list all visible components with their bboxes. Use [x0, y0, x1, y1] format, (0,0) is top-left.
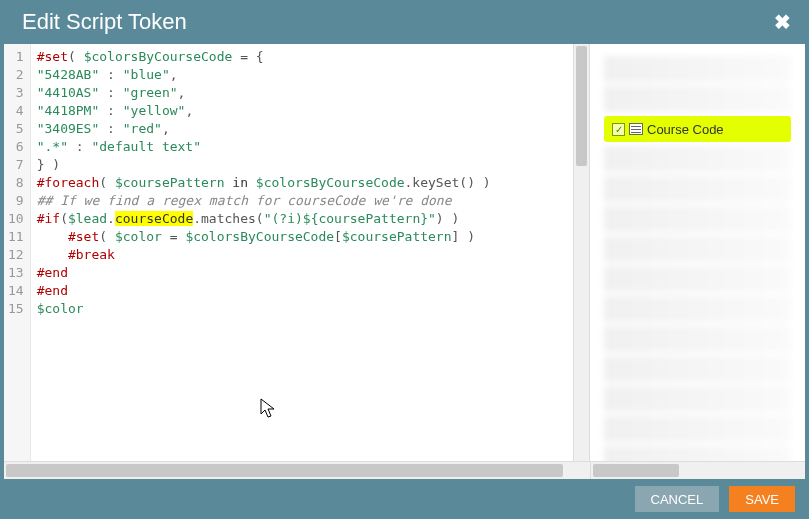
code-line[interactable]: "4418PM" : "yellow",	[37, 102, 567, 120]
code-line[interactable]: #end	[37, 282, 567, 300]
line-number: 5	[8, 120, 24, 138]
code-line[interactable]: "4410AS" : "green",	[37, 84, 567, 102]
token-list-item[interactable]	[604, 386, 791, 412]
line-number: 10	[8, 210, 24, 228]
code-content[interactable]: #set( $colorsByCourseCode = {"5428AB" : …	[31, 44, 573, 461]
code-line[interactable]: #if($lead.courseCode.matches("(?i)${cour…	[37, 210, 567, 228]
dialog-titlebar: Edit Script Token ✖	[0, 0, 809, 44]
token-list-item-course-code[interactable]: ✓Course Code	[604, 116, 791, 142]
token-list-item[interactable]	[604, 296, 791, 322]
code-editor[interactable]: 123456789101112131415 #set( $colorsByCou…	[4, 44, 573, 461]
code-line[interactable]: #end	[37, 264, 567, 282]
line-number: 13	[8, 264, 24, 282]
side-horizontal-scrollbar[interactable]	[590, 462, 805, 479]
code-line[interactable]: #break	[37, 246, 567, 264]
horizontal-scroll-row	[4, 461, 805, 479]
token-list-item[interactable]	[604, 206, 791, 232]
token-list-item[interactable]	[604, 146, 791, 172]
code-line[interactable]: #set( $colorsByCourseCode = {	[37, 48, 567, 66]
line-number: 14	[8, 282, 24, 300]
line-number: 8	[8, 174, 24, 192]
editor-vertical-scrollbar[interactable]	[573, 44, 589, 461]
code-line[interactable]: "3409ES" : "red",	[37, 120, 567, 138]
dialog-body: 123456789101112131415 #set( $colorsByCou…	[4, 44, 805, 461]
code-line[interactable]: } )	[37, 156, 567, 174]
code-line[interactable]: "5428AB" : "blue",	[37, 66, 567, 84]
code-line[interactable]: #foreach( $coursePattern in $colorsByCou…	[37, 174, 567, 192]
cancel-button[interactable]: CANCEL	[635, 486, 720, 512]
checkbox-checked-icon[interactable]: ✓	[612, 123, 625, 136]
edit-script-token-dialog: Edit Script Token ✖ 12345678910111213141…	[0, 0, 809, 519]
token-list-item[interactable]	[604, 326, 791, 352]
token-list-item[interactable]	[604, 236, 791, 262]
line-number: 15	[8, 300, 24, 318]
line-number-gutter: 123456789101112131415	[4, 44, 31, 461]
line-number: 1	[8, 48, 24, 66]
scrollbar-thumb[interactable]	[593, 464, 679, 477]
token-list-item[interactable]	[604, 446, 791, 461]
code-line[interactable]: ".*" : "default text"	[37, 138, 567, 156]
line-number: 11	[8, 228, 24, 246]
code-line[interactable]: #set( $color = $colorsByCourseCode[$cour…	[37, 228, 567, 246]
token-list-item[interactable]	[604, 416, 791, 442]
code-line[interactable]: $color	[37, 300, 567, 318]
line-number: 3	[8, 84, 24, 102]
code-line[interactable]: ## If we find a regex match for courseCo…	[37, 192, 567, 210]
line-number: 2	[8, 66, 24, 84]
save-button[interactable]: SAVE	[729, 486, 795, 512]
line-number: 7	[8, 156, 24, 174]
dialog-title: Edit Script Token	[22, 9, 187, 35]
scrollbar-thumb[interactable]	[576, 46, 587, 166]
token-list-item[interactable]	[604, 176, 791, 202]
token-list: ✓Course Code	[590, 56, 805, 461]
token-list-item[interactable]	[604, 86, 791, 112]
editor-horizontal-scrollbar[interactable]	[4, 462, 590, 479]
field-icon	[629, 123, 643, 135]
close-icon[interactable]: ✖	[774, 10, 791, 34]
line-number: 6	[8, 138, 24, 156]
token-list-item[interactable]	[604, 266, 791, 292]
line-number: 12	[8, 246, 24, 264]
scrollbar-thumb[interactable]	[6, 464, 563, 477]
token-label: Course Code	[647, 122, 724, 137]
token-list-item[interactable]	[604, 56, 791, 82]
line-number: 9	[8, 192, 24, 210]
line-number: 4	[8, 102, 24, 120]
code-editor-pane: 123456789101112131415 #set( $colorsByCou…	[4, 44, 590, 461]
dialog-footer: CANCEL SAVE	[0, 479, 809, 519]
token-list-item[interactable]	[604, 356, 791, 382]
token-side-panel: ✓Course Code	[590, 44, 805, 461]
